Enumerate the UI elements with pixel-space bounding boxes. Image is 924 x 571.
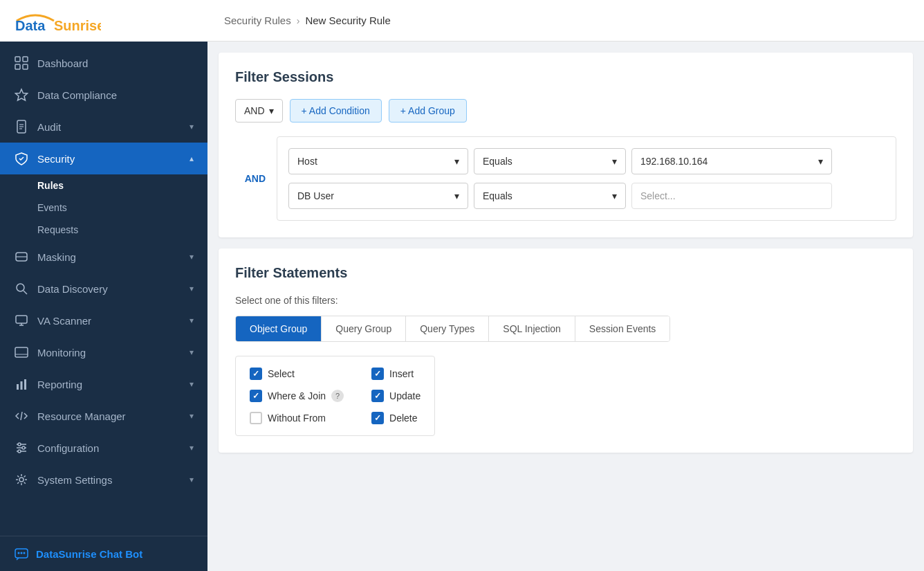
sidebar-sub-item-events[interactable]: Events [0,197,207,219]
sidebar-item-label-configuration: Configuration [37,442,181,454]
value-select-1[interactable]: 192.168.10.164 ▾ [631,148,832,174]
svg-rect-20 [17,384,19,390]
checkbox-delete[interactable]: ✓ Delete [371,412,421,424]
sidebar-item-data-discovery[interactable]: Data Discovery ▾ [0,273,207,305]
checkbox-box-without-from[interactable] [250,412,262,424]
gear-icon [14,472,29,487]
value-chevron-1: ▾ [818,156,823,167]
sidebar-item-label-reporting: Reporting [37,379,181,390]
operator-label-1: Equals [483,156,512,167]
checkmark-delete: ✓ [374,413,381,423]
breadcrumb-separator: › [297,15,300,26]
sidebar: Data Sunrise Dashboard [0,0,207,571]
svg-marker-6 [16,89,28,100]
sidebar-sub-item-requests[interactable]: Requests [0,219,207,241]
add-condition-button[interactable]: + Add Condition [290,99,382,123]
sidebar-item-system-settings[interactable]: System Settings ▾ [0,464,207,496]
svg-rect-2 [15,57,20,62]
sidebar-item-security[interactable]: Security ▴ [0,143,207,174]
mask-icon [14,249,29,264]
display-icon [14,345,29,360]
sidebar-item-label-monitoring: Monitoring [37,347,181,359]
filter-sessions-section: Filter Sessions AND ▾ + Add Condition + … [219,53,913,237]
filter-sessions-title: Filter Sessions [235,69,896,85]
value-select-2[interactable]: Select... [631,183,832,209]
svg-point-30 [19,478,24,482]
checkmark-update: ✓ [374,391,381,401]
sidebar-header: Data Sunrise [0,0,207,42]
sidebar-item-data-compliance[interactable]: Data Compliance [0,79,207,111]
checkbox-without-from[interactable]: Without From [250,412,344,424]
sidebar-item-label-data-discovery: Data Discovery [37,283,181,295]
sidebar-item-label-audit: Audit [37,121,181,133]
sidebar-item-audit[interactable]: Audit ▾ [0,111,207,143]
sliders-icon [14,440,29,455]
and-operator-dropdown[interactable]: AND ▾ [235,99,283,123]
and-dropdown-label: AND [244,105,265,116]
monitor-icon [14,313,29,328]
sidebar-item-configuration[interactable]: Configuration ▾ [0,432,207,464]
svg-text:Data: Data [15,18,46,33]
value-placeholder-2: Select... [640,190,676,201]
svg-rect-15 [16,316,27,323]
filter-tabs-row: Object Group Query Group Query Types SQL… [235,316,670,342]
sidebar-item-masking[interactable]: Masking ▾ [0,241,207,273]
tab-sql-injection[interactable]: SQL Injection [489,316,575,341]
main-content: Filter Sessions AND ▾ + Add Condition + … [207,42,924,571]
dropdown-arrow-icon: ▾ [269,105,274,116]
operator-chevron-2: ▾ [612,190,617,201]
checkbox-box-insert[interactable]: ✓ [371,368,384,380]
checkbox-box-delete[interactable]: ✓ [371,412,384,424]
svg-text:Sunrise: Sunrise [54,18,101,33]
checkbox-where-join[interactable]: ✓ Where & Join ? [250,390,344,402]
sidebar-item-resource-manager[interactable]: Resource Manager ▾ [0,400,207,432]
file-icon [14,119,29,134]
checkbox-select[interactable]: ✓ Select [250,368,344,380]
main-wrapper: Security Rules › New Security Rule Filte… [207,0,924,571]
operator-select-2[interactable]: Equals ▾ [474,183,626,209]
checkbox-box-select[interactable]: ✓ [250,368,262,380]
chevron-down-icon-va-scanner: ▾ [190,316,194,325]
add-group-button[interactable]: + Add Group [389,99,467,123]
help-icon-where-join[interactable]: ? [331,390,344,402]
chevron-down-icon-system-settings: ▾ [190,475,194,484]
sidebar-item-dashboard[interactable]: Dashboard [0,47,207,79]
sidebar-item-label-dashboard: Dashboard [37,57,194,69]
filter-statements-section: Filter Statements Select one of this fil… [219,248,913,453]
checkbox-insert[interactable]: ✓ Insert [371,368,421,380]
logo-svg: Data Sunrise [11,8,101,33]
field-select-1[interactable]: Host ▾ [288,148,468,174]
sidebar-item-label-system-settings: System Settings [37,474,181,486]
checkmark-where-join: ✓ [252,391,259,401]
sidebar-item-monitoring[interactable]: Monitoring ▾ [0,336,207,368]
checkbox-label-delete: Delete [389,413,417,424]
sidebar-item-label-resource-manager: Resource Manager [37,410,181,422]
checkbox-box-where-join[interactable]: ✓ [250,390,262,402]
operator-select-1[interactable]: Equals ▾ [474,148,626,174]
chevron-down-icon-monitoring: ▾ [190,347,194,357]
field-chevron-2: ▾ [454,190,459,201]
value-label-1: 192.168.10.164 [640,156,708,167]
svg-line-14 [24,291,27,294]
tab-object-group[interactable]: Object Group [236,316,322,341]
sidebar-item-reporting[interactable]: Reporting ▾ [0,368,207,400]
chevron-up-icon: ▴ [190,154,194,163]
sidebar-item-va-scanner[interactable]: VA Scanner ▾ [0,305,207,336]
chevron-down-icon-resource-manager: ▾ [190,411,194,421]
sidebar-item-label-masking: Masking [37,251,181,263]
conditions-container: Host ▾ Equals ▾ 192.168.10.164 ▾ [277,136,896,221]
tab-session-events[interactable]: Session Events [575,316,670,341]
checkbox-label-without-from: Without From [268,413,326,424]
breadcrumb-parent[interactable]: Security Rules [224,15,291,26]
sidebar-item-label-va-scanner: VA Scanner [37,315,181,327]
svg-point-28 [22,446,25,449]
field-select-2[interactable]: DB User ▾ [288,183,468,209]
chatbot-button[interactable]: DataSunrise Chat Bot [0,536,207,571]
field-label-2: DB User [297,190,334,201]
tab-query-types[interactable]: Query Types [406,316,489,341]
checkbox-update[interactable]: ✓ Update [371,390,421,402]
sidebar-sub-item-rules[interactable]: Rules [0,174,207,197]
tab-query-group[interactable]: Query Group [322,316,406,341]
checkbox-box-update[interactable]: ✓ [371,390,384,402]
svg-point-33 [21,552,23,554]
